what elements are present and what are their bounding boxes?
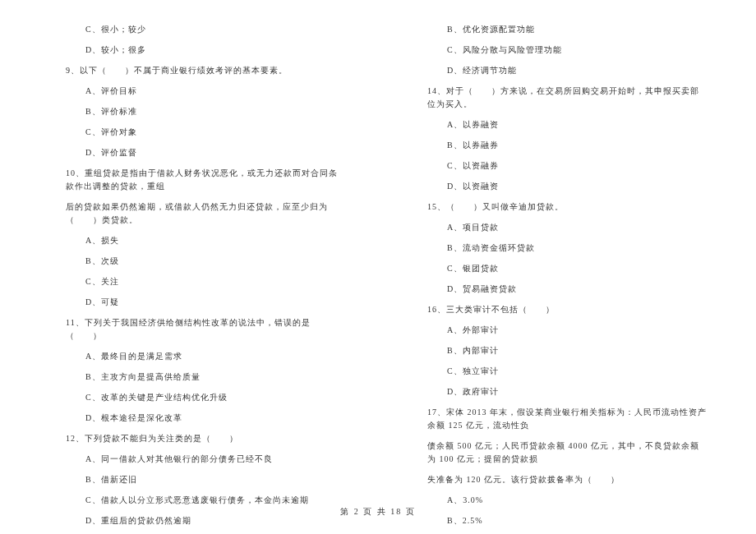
answer-option: D、经济调节功能: [447, 64, 707, 77]
answer-option: C、风险分散与风险管理功能: [447, 44, 707, 57]
answer-option: D、政府审计: [447, 385, 707, 398]
answer-option: A、最终目的是满足需求: [85, 350, 345, 363]
answer-option: B、评价标准: [85, 105, 345, 118]
question-line: 11、下列关于我国经济供给侧结构性改革的说法中，错误的是（ ）: [66, 316, 345, 343]
answer-option: A、以券融资: [447, 118, 707, 131]
question-line: 16、三大类审计不包括（ ）: [427, 303, 707, 316]
question-line: 12、下列贷款不能归为关注类的是（ ）: [66, 432, 345, 445]
question-line: 14、对于（ ）方来说，在交易所回购交易开始时，其申报买卖部位为买入。: [427, 85, 707, 111]
answer-option: B、主攻方向是提高供给质量: [85, 371, 345, 384]
answer-option: B、借新还旧: [85, 473, 345, 486]
question-continuation: 失准备为 120 亿元。该行贷款拨备率为（ ）: [427, 473, 707, 486]
answer-option: B、次级: [85, 255, 345, 268]
answer-option: C、评价对象: [85, 126, 345, 139]
page-footer: 第 2 页 共 18 页: [0, 506, 756, 518]
answer-option: D、可疑: [85, 296, 345, 309]
answer-option: A、评价目标: [85, 85, 345, 98]
answer-option: D、以资融资: [447, 180, 707, 193]
answer-option: A、同一借款人对其他银行的部分债务已经不良: [85, 453, 345, 466]
question-line: 17、宋体 2013 年末，假设某商业银行相关指标为：人民币流动性资产余额 12…: [427, 406, 707, 432]
answer-option: D、评价监督: [85, 146, 345, 159]
question-line: 10、重组贷款是指由于借款人财务状况恶化，或无力还款而对合同条款作出调整的贷款，…: [66, 167, 345, 193]
answer-option: B、内部审计: [447, 344, 707, 357]
answer-option: B、以券融券: [447, 139, 707, 152]
left-column: C、很小；较少D、较小；很多9、以下（ ）不属于商业银行绩效考评的基本要素。A、…: [0, 23, 378, 499]
right-column: B、优化资源配置功能C、风险分散与风险管理功能D、经济调节功能14、对于（ ）方…: [378, 23, 756, 499]
answer-option: A、外部审计: [447, 324, 707, 337]
answer-option: C、改革的关键是产业结构优化升级: [85, 391, 345, 404]
answer-option: A、3.0%: [447, 494, 707, 507]
answer-option: C、以资融券: [447, 159, 707, 173]
answer-option: B、优化资源配置功能: [447, 23, 707, 36]
answer-option: C、很小；较少: [85, 23, 345, 36]
answer-option: D、贸易融资贷款: [447, 283, 707, 296]
question-line: 9、以下（ ）不属于商业银行绩效考评的基本要素。: [66, 64, 345, 77]
answer-option: B、流动资金循环贷款: [447, 242, 707, 255]
answer-option: A、损失: [85, 234, 345, 247]
question-line: 15、（ ）又叫做辛迪加贷款。: [427, 200, 707, 214]
answer-option: C、独立审计: [447, 365, 707, 378]
answer-option: D、根本途径是深化改革: [85, 412, 345, 425]
answer-option: C、关注: [85, 275, 345, 288]
question-continuation: 债余额 500 亿元；人民币贷款余额 4000 亿元，其中，不良贷款余额为 10…: [427, 440, 707, 466]
answer-option: A、项目贷款: [447, 221, 707, 234]
answer-option: D、较小；很多: [85, 44, 345, 57]
page-container: C、很小；较少D、较小；很多9、以下（ ）不属于商业银行绩效考评的基本要素。A、…: [0, 23, 756, 499]
answer-option: C、银团贷款: [447, 262, 707, 275]
answer-option: C、借款人以分立形式恶意逃废银行债务，本金尚未逾期: [85, 494, 345, 507]
question-continuation: 后的贷款如果仍然逾期，或借款人仍然无力归还贷款，应至少归为（ ）类贷款。: [66, 200, 345, 227]
